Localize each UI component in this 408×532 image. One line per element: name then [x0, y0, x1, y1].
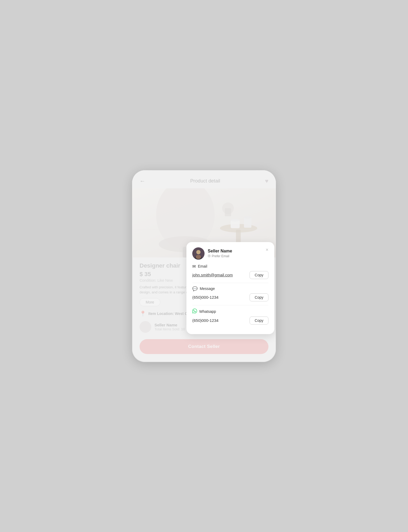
- whatsapp-section: Whatsapp (650)000-1234 Copy: [192, 309, 268, 325]
- modal-seller-info: Seller Name ⓔ Prefer Email: [192, 247, 232, 260]
- message-label-row: 💬 Message: [192, 286, 268, 291]
- email-label-row: ✉ Email: [192, 264, 268, 269]
- divider-2: [192, 305, 268, 305]
- whatsapp-value-row: (650)000-1234 Copy: [192, 317, 268, 325]
- prefer-label: Prefer Email: [212, 254, 229, 258]
- message-value: (650)000-1234: [192, 295, 218, 300]
- whatsapp-label: Whatsapp: [199, 309, 216, 314]
- divider-1: [192, 283, 268, 283]
- prefer-icon: ⓔ: [208, 254, 211, 258]
- email-icon: ✉: [192, 264, 196, 269]
- modal-header: Seller Name ⓔ Prefer Email ×: [192, 247, 268, 260]
- message-icon: 💬: [192, 286, 198, 291]
- whatsapp-value: (650)000-1234: [192, 318, 218, 323]
- modal-prefer-row: ⓔ Prefer Email: [208, 254, 232, 258]
- whatsapp-icon: [192, 309, 197, 314]
- whatsapp-label-row: Whatsapp: [192, 309, 268, 314]
- email-value-row: john.smith@gmail.com Copy: [192, 271, 268, 279]
- contact-modal: Seller Name ⓔ Prefer Email × ✉ Email joh…: [186, 242, 274, 334]
- email-section: ✉ Email john.smith@gmail.com Copy: [192, 264, 268, 279]
- message-label: Message: [200, 286, 215, 291]
- email-value: john.smith@gmail.com: [192, 273, 233, 277]
- svg-point-13: [196, 250, 201, 254]
- email-copy-button[interactable]: Copy: [250, 271, 268, 279]
- message-copy-button[interactable]: Copy: [250, 293, 268, 301]
- message-section: 💬 Message (650)000-1234 Copy: [192, 286, 268, 301]
- message-value-row: (650)000-1234 Copy: [192, 293, 268, 301]
- modal-seller-details: Seller Name ⓔ Prefer Email: [208, 249, 232, 258]
- modal-seller-avatar: [192, 247, 205, 260]
- svg-point-15: [196, 255, 201, 259]
- email-label: Email: [198, 264, 207, 268]
- device-frame: ← Product detail ♥: [132, 170, 276, 362]
- modal-close-button[interactable]: ×: [266, 247, 268, 252]
- whatsapp-copy-button[interactable]: Copy: [250, 317, 268, 325]
- modal-seller-name: Seller Name: [208, 249, 232, 253]
